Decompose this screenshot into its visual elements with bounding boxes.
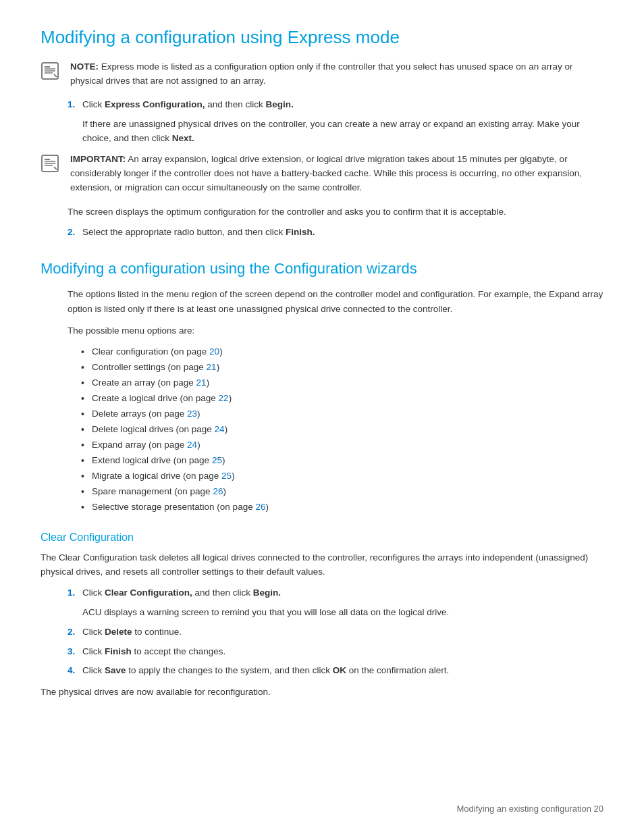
link-page21a[interactable]: 21: [207, 362, 217, 372]
express-step-2: 2. Select the appropriate radio button, …: [68, 226, 603, 240]
link-page24b[interactable]: 24: [187, 440, 197, 450]
section2-title: Modifying a configuration using the Conf…: [41, 260, 603, 278]
clear-step-num-2: 2.: [68, 625, 82, 640]
clear-step-3: 3. Click Finish to accept the changes.: [68, 645, 603, 659]
clear-step-num-4: 4.: [68, 664, 82, 678]
link-page25b[interactable]: 25: [221, 471, 232, 481]
link-page26a[interactable]: 26: [213, 486, 223, 496]
optimum-text: The screen displays the optimum configur…: [68, 205, 603, 219]
footer: Modifying an existing configuration 20: [456, 804, 603, 814]
optimum-config-block: The screen displays the optimum configur…: [68, 205, 603, 240]
step-content-2: Select the appropriate radio button, and…: [82, 226, 603, 240]
list-item: Controller settings (on page 21): [81, 360, 603, 375]
clear-config-intro: The Clear Configuration task deletes all…: [41, 550, 603, 579]
list-item: Create an array (on page 21): [81, 375, 603, 391]
important-box: IMPORTANT: An array expansion, logical d…: [41, 153, 603, 195]
list-item: Selective storage presentation (on page …: [81, 500, 603, 515]
clear-step-content-2: Click Delete to continue.: [82, 625, 603, 640]
link-page21b[interactable]: 21: [196, 377, 207, 388]
note-text: Express mode is listed as a configuratio…: [70, 61, 572, 86]
clear-step-1: 1. Click Clear Configuration, and then c…: [68, 586, 603, 600]
clear-step-content-1: Click Clear Configuration, and then clic…: [82, 586, 603, 600]
express-steps: 1. Click Express Configuration, and then…: [68, 98, 603, 146]
express-step-1: 1. Click Express Configuration, and then…: [68, 98, 603, 112]
note-icon: [41, 61, 65, 82]
footer-text: Modifying an existing configuration 20: [456, 804, 603, 814]
clear-step-1-sub: ACU displays a warning screen to remind …: [82, 606, 603, 620]
note-label: NOTE:: [70, 61, 99, 72]
link-page20[interactable]: 20: [209, 346, 219, 357]
clear-step-num-1: 1.: [68, 586, 82, 600]
clear-config-closing: The physical drives are now available fo…: [41, 685, 603, 700]
list-item: Clear configuration (on page 20): [81, 344, 603, 360]
subsection-title: Clear Configuration: [41, 531, 603, 544]
step-num-1: 1.: [68, 98, 82, 112]
important-content: IMPORTANT: An array expansion, logical d…: [70, 153, 603, 195]
clear-step-num-3: 3.: [68, 645, 82, 659]
list-item: Migrate a logical drive (on page 25): [81, 469, 603, 484]
page-title: Modifying a configuration using Express …: [41, 27, 603, 48]
step-content-1: Click Express Configuration, and then cl…: [82, 98, 603, 112]
clear-step-content-3: Click Finish to accept the changes.: [82, 645, 603, 659]
clear-step-4: 4. Click Save to apply the changes to th…: [68, 664, 603, 678]
menu-intro: The possible menu options are:: [68, 323, 603, 338]
list-item: Extend logical drive (on page 25): [81, 453, 603, 469]
menu-list: Clear configuration (on page 20) Control…: [81, 344, 603, 515]
note-box: NOTE: Express mode is listed as a config…: [41, 60, 603, 88]
express-step-1-sub: If there are unassigned physical drives …: [82, 118, 603, 146]
clear-step-content-4: Click Save to apply the changes to the s…: [82, 664, 603, 678]
link-page24a[interactable]: 24: [215, 424, 225, 434]
list-item: Spare management (on page 26): [81, 484, 603, 500]
list-item: Expand array (on page 24): [81, 438, 603, 453]
section2-intro: The options listed in the menu region of…: [68, 287, 603, 316]
link-page22[interactable]: 22: [219, 393, 229, 403]
list-item: Create a logical drive (on page 22): [81, 391, 603, 407]
step-num-2: 2.: [68, 226, 82, 240]
link-page25a[interactable]: 25: [212, 455, 222, 465]
important-label: IMPORTANT:: [70, 154, 126, 164]
clear-config-steps: 1. Click Clear Configuration, and then c…: [68, 586, 603, 679]
link-page26b[interactable]: 26: [255, 502, 265, 512]
clear-step-2: 2. Click Delete to continue.: [68, 625, 603, 640]
important-icon: [41, 154, 65, 175]
link-page23[interactable]: 23: [187, 409, 197, 419]
important-text: An array expansion, logical drive extens…: [70, 154, 582, 192]
list-item: Delete arrays (on page 23): [81, 407, 603, 422]
note-content: NOTE: Express mode is listed as a config…: [70, 60, 603, 88]
list-item: Delete logical drives (on page 24): [81, 422, 603, 438]
